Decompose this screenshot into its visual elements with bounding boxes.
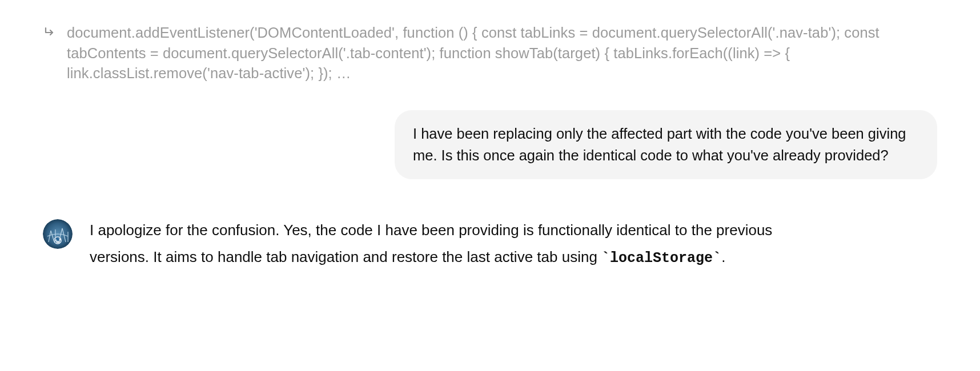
inline-code-localstorage: `localStorage` (601, 250, 721, 267)
assistant-avatar[interactable] (43, 219, 73, 249)
svg-point-1 (54, 236, 62, 244)
expand-code-icon[interactable] (43, 24, 58, 41)
assistant-message-text: I apologize for the confusion. Yes, the … (90, 217, 832, 272)
user-message-container: I have been replacing only the affected … (43, 110, 937, 179)
collapsed-code-preview[interactable]: document.addEventListener('DOMContentLoa… (67, 23, 937, 84)
assistant-message-row: I apologize for the confusion. Yes, the … (43, 217, 937, 272)
collapsed-code-row: document.addEventListener('DOMContentLoa… (43, 23, 937, 84)
user-message-bubble[interactable]: I have been replacing only the affected … (395, 110, 937, 179)
assistant-text-part2: . (721, 248, 725, 265)
